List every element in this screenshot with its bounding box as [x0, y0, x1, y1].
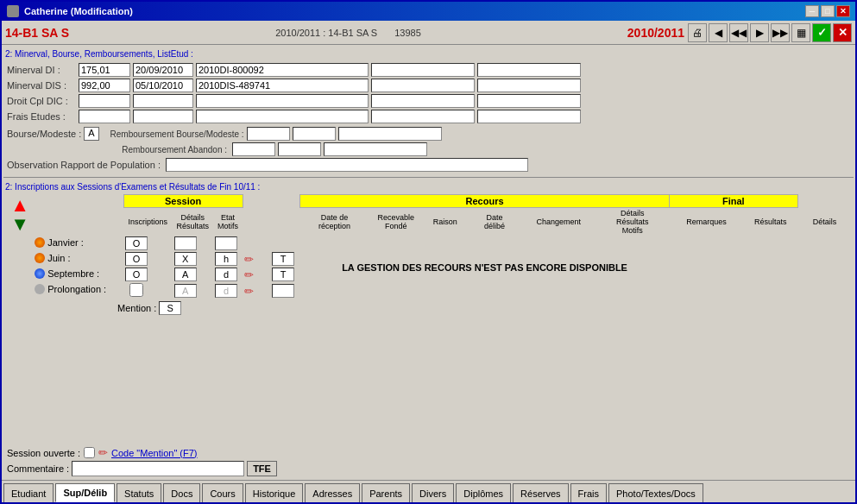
minerval-di-extra1[interactable]	[371, 63, 475, 77]
septembre-details[interactable]	[174, 268, 197, 281]
nav-right-icon[interactable]: ▶	[750, 23, 769, 42]
minerval-di-extra2[interactable]	[477, 63, 581, 77]
droit-cpl-extra1[interactable]	[371, 94, 475, 108]
col-raison: Raison	[423, 208, 467, 236]
prolongation-etat[interactable]	[215, 284, 237, 298]
tab-parents[interactable]: Parents	[362, 483, 410, 502]
juin-inscriptions[interactable]	[125, 252, 148, 266]
obs-label: Observation Rapport de Population :	[7, 160, 161, 170]
session-ouverte-checkbox[interactable]	[84, 447, 95, 458]
droit-cpl-dic-row: Droit Cpl DIC :	[7, 94, 850, 108]
obs-input[interactable]	[166, 158, 528, 172]
minerval-dis-label: Minerval DIS :	[7, 80, 76, 91]
toolbar-icons: 🖨 ◀ ◀◀ ▶ ▶▶ ▦ ✓ ✕	[688, 23, 852, 42]
juin-t[interactable]	[272, 252, 294, 266]
tab-adresses[interactable]: Adresses	[305, 483, 360, 502]
separator	[3, 177, 854, 178]
remb-abandon-input1[interactable]	[232, 142, 275, 156]
juin-label: Juin :	[35, 251, 123, 265]
tab-etudiant[interactable]: Etudiant	[3, 483, 54, 502]
remb-bourse-input3[interactable]	[338, 127, 442, 141]
minerval-dis-extra2[interactable]	[477, 79, 581, 92]
section1-header: 2: Minerval, Bourse, Remboursements, Lis…	[3, 48, 854, 60]
col-final-resultats: Résultats	[743, 208, 797, 236]
tab-historique[interactable]: Historique	[245, 483, 304, 502]
droit-cpl-ref[interactable]	[196, 94, 369, 108]
tab-diplmes[interactable]: Diplômes	[456, 483, 511, 502]
grid-icon[interactable]: ▦	[791, 23, 810, 42]
prolongation-t[interactable]	[272, 284, 294, 298]
juin-pencil-icon[interactable]: ✏	[244, 253, 254, 266]
print-icon[interactable]: 🖨	[688, 23, 707, 42]
mention-input[interactable]	[159, 301, 181, 315]
tabbar: EtudiantSup/DélibStatutsDocsCoursHistori…	[2, 480, 855, 502]
prolongation-pencil-icon[interactable]: ✏	[244, 285, 254, 298]
minerval-di-ref[interactable]	[196, 63, 369, 77]
remb-abandon-input2[interactable]	[278, 142, 321, 156]
droit-cpl-value[interactable]	[79, 94, 130, 108]
juin-details[interactable]	[174, 252, 197, 266]
septembre-pencil-icon[interactable]: ✏	[244, 268, 254, 281]
maximize-button[interactable]: □	[821, 5, 835, 17]
session-ouverte-pencil-icon[interactable]: ✏	[98, 446, 108, 459]
minerval-dis-value[interactable]	[79, 79, 130, 92]
tab-rserves[interactable]: Réserves	[513, 483, 568, 502]
minerval-di-value[interactable]	[79, 63, 130, 77]
toolbar-id: 13985	[394, 28, 421, 38]
remb-bourse-input1[interactable]	[247, 127, 290, 141]
tab-docs[interactable]: Docs	[163, 483, 200, 502]
nav-leftmost-icon[interactable]: ◀◀	[729, 23, 748, 42]
arrow-up-btn[interactable]: ▲	[10, 196, 29, 215]
septembre-etat[interactable]	[215, 268, 237, 281]
tab-supdlib[interactable]: Sup/Délib	[55, 483, 115, 502]
frais-etudes-date[interactable]	[133, 110, 193, 123]
tab-cours[interactable]: Cours	[202, 483, 243, 502]
col-receivable: RecevableFondé	[369, 208, 423, 236]
col-inscriptions: Inscriptions	[123, 208, 173, 236]
septembre-inscriptions[interactable]	[125, 268, 148, 281]
close-button[interactable]: ✕	[836, 5, 850, 17]
remb-abandon-input3[interactable]	[324, 142, 427, 156]
remb-bourse-input2[interactable]	[293, 127, 336, 141]
minimize-button[interactable]: ─	[805, 5, 819, 17]
janvier-inscriptions[interactable]	[125, 236, 148, 250]
tab-frais[interactable]: Frais	[570, 483, 607, 502]
janvier-details[interactable]	[174, 236, 197, 250]
frais-etudes-extra2[interactable]	[477, 110, 581, 123]
minerval-dis-ref[interactable]	[196, 79, 369, 92]
section2-header: 2: Inscriptions aux Sessions d'Examens e…	[3, 181, 854, 192]
obs-row: Observation Rapport de Population :	[7, 158, 850, 172]
table-row: Janvier : LA GESTION DES RECOURS N'EST P…	[5, 236, 852, 251]
commentaire-input[interactable]	[72, 461, 244, 476]
droit-cpl-extra2[interactable]	[477, 94, 581, 108]
cancel-x-button[interactable]: ✕	[833, 23, 852, 42]
tfe-button[interactable]: TFE	[247, 461, 277, 476]
janvier-etat[interactable]	[215, 236, 237, 250]
col-remarques: Remarques	[670, 208, 744, 236]
frais-etudes-extra1[interactable]	[371, 110, 475, 123]
septembre-t[interactable]	[272, 268, 294, 281]
frais-etudes-ref[interactable]	[196, 110, 369, 123]
droit-cpl-date[interactable]	[133, 94, 193, 108]
minerval-di-date[interactable]	[133, 63, 193, 77]
tab-phototextesdocs[interactable]: Photo/Textes/Docs	[608, 483, 703, 502]
juin-etat[interactable]	[215, 252, 237, 266]
prolongation-check[interactable]	[125, 283, 148, 297]
final-header: Final	[670, 195, 797, 208]
confirm-button[interactable]: ✓	[812, 23, 831, 42]
tab-divers[interactable]: Divers	[412, 483, 454, 502]
mention-row: Mention :	[5, 299, 852, 315]
commentaire-row: Commentaire : TFE	[7, 461, 850, 476]
main-content: 2: Minerval, Bourse, Remboursements, Lis…	[2, 45, 855, 480]
nav-left-icon[interactable]: ◀	[709, 23, 728, 42]
toolbar-year: 2010/2011	[627, 26, 684, 40]
minerval-dis-extra1[interactable]	[371, 79, 475, 92]
arrow-down-btn[interactable]: ▼	[10, 215, 29, 234]
prolongation-details[interactable]	[174, 284, 197, 298]
tab-statuts[interactable]: Statuts	[117, 483, 161, 502]
code-mention-link[interactable]: Code "Mention" (F7)	[111, 448, 198, 458]
minerval-dis-date[interactable]	[133, 79, 193, 92]
remb-abandon-label: Remboursement Abandon :	[93, 145, 227, 154]
nav-rightmost-icon[interactable]: ▶▶	[771, 23, 790, 42]
frais-etudes-value[interactable]	[79, 110, 130, 123]
